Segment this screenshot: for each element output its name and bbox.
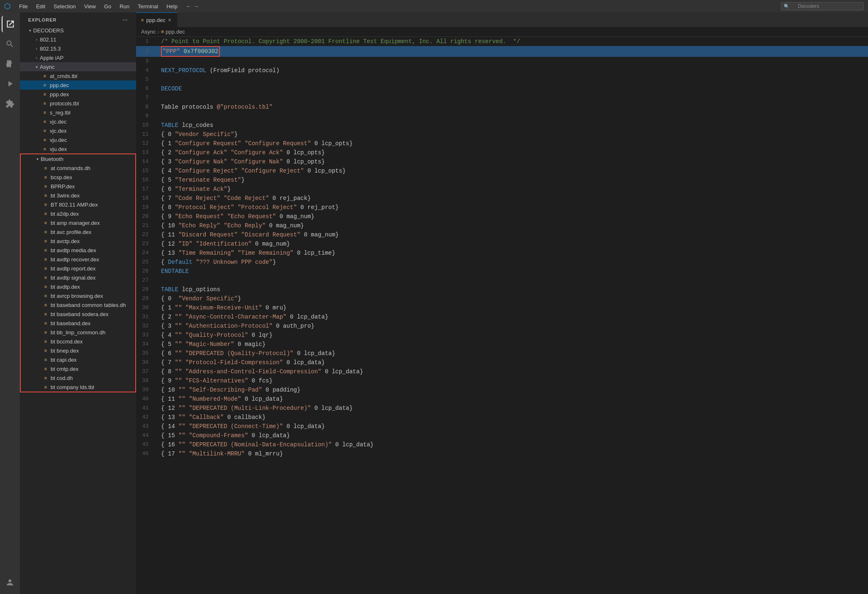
line-number: 21 xyxy=(136,221,157,230)
file-at-cmds[interactable]: ≡ at_cmds.tbl xyxy=(20,71,136,80)
line-number: 27 xyxy=(136,276,157,285)
code-content: NEXT_PROTOCOL (FromField protocol) xyxy=(157,66,868,75)
menu-selection[interactable]: Selection xyxy=(50,2,79,10)
run-activity[interactable] xyxy=(2,75,18,92)
file-vju-dex-label: vju.dex xyxy=(50,146,67,152)
title-search[interactable]: 🔍 Decoders xyxy=(781,2,864,10)
menu-help[interactable]: Help xyxy=(163,2,181,10)
file-btbccmd[interactable]: ≡ bt bccmd.dex xyxy=(21,337,135,346)
menu-edit[interactable]: Edit xyxy=(33,2,49,10)
file-ppp-dec[interactable]: ≡ ppp.dec xyxy=(20,80,136,90)
file-at-commands[interactable]: ≡ at commands.dh xyxy=(21,163,135,173)
menu-go[interactable]: Go xyxy=(101,2,115,10)
file-btampmanager[interactable]: ≡ bt amp manager.dex xyxy=(21,218,135,227)
nav-back[interactable]: ← xyxy=(186,3,192,10)
breadcrumb-filename[interactable]: ppp.dec xyxy=(166,29,185,35)
decoders-root[interactable]: ▾ DECODERS xyxy=(20,26,136,35)
file-at-cmds-label: at_cmds.tbl xyxy=(50,73,77,79)
file-vjc-dec[interactable]: ≡ vjc.dec xyxy=(20,117,136,126)
code-line-row: 37{ 8 "" "Address-and-Control-Field-Comp… xyxy=(136,367,868,376)
file-bta2dp[interactable]: ≡ bt a2dp.dex xyxy=(21,209,135,218)
file-btcapi[interactable]: ≡ bt capi.dex xyxy=(21,355,135,364)
tab-label: ppp.dec xyxy=(146,17,165,23)
code-line-row: 27 xyxy=(136,276,868,285)
folder-80211[interactable]: › 802.11 xyxy=(20,35,136,44)
file-bcsp[interactable]: ≡ bcsp.dex xyxy=(21,173,135,182)
file-btavrcp[interactable]: ≡ bt avrcp browsing.dex xyxy=(21,291,135,300)
tab-ppp-dec[interactable]: ≡ ppp.dec × xyxy=(136,12,178,27)
menu-run[interactable]: Run xyxy=(116,2,133,10)
code-line-row: 23{ 12 "ID" "Identification" 0 mag_num} xyxy=(136,239,868,248)
activity-bar xyxy=(0,12,20,594)
breadcrumb-async[interactable]: Async xyxy=(141,29,156,35)
file-icon-bprp: ≡ xyxy=(42,183,49,190)
file-icon-at-commands: ≡ xyxy=(42,165,49,171)
decoders-arrow: ▾ xyxy=(27,27,33,34)
folder-appleiap[interactable]: › Apple iAP xyxy=(20,53,136,62)
file-protocols-tbl[interactable]: ≡ protocols.tbl xyxy=(20,99,136,108)
folder-bluetooth[interactable]: ▾ Bluetooth xyxy=(21,154,135,163)
code-line-row: 36{ 7 "" "Protocol-Field-Compression" 0 … xyxy=(136,358,868,367)
account-activity[interactable] xyxy=(2,574,18,591)
file-btavdtp[interactable]: ≡ bt avdtp.dex xyxy=(21,282,135,291)
menu-view[interactable]: View xyxy=(81,2,99,10)
explorer-activity[interactable] xyxy=(2,16,18,32)
file-btavcprofile[interactable]: ≡ bt avc profile.dex xyxy=(21,227,135,236)
file-bt80211amp[interactable]: ≡ BT 802.11 AMP.dex xyxy=(21,200,135,209)
file-bt3wire[interactable]: ≡ bt 3wire.dex xyxy=(21,191,135,200)
file-icon-btavdtprecover: ≡ xyxy=(42,256,49,263)
code-line-row: 6DECODE xyxy=(136,84,868,93)
file-btavdtpsignal[interactable]: ≡ bt avdtp signal.dex xyxy=(21,273,135,282)
code-content: "PPP" 0x7f000302 xyxy=(157,46,868,57)
file-btcod[interactable]: ≡ bt cod.dh xyxy=(21,373,135,382)
menu-file[interactable]: File xyxy=(16,2,31,10)
code-content: { 17 "" "Multilink-MRRU" 0 ml_mrru} xyxy=(157,449,868,458)
code-line-row: 28TABLE lcp_options xyxy=(136,285,868,294)
line-number: 45 xyxy=(136,440,157,449)
code-line-row: 7 xyxy=(136,93,868,102)
code-line-row: 38{ 9 "" "FCS-Alternatives" 0 fcs} xyxy=(136,376,868,385)
search-activity[interactable] xyxy=(2,36,18,52)
file-btavdtpmedia[interactable]: ≡ bt avdtp media.dex xyxy=(21,246,135,255)
file-btbaseband[interactable]: ≡ bt baseband.dex xyxy=(21,319,135,328)
file-vju-dec[interactable]: ≡ vju.dec xyxy=(20,135,136,144)
menu-terminal[interactable]: Terminal xyxy=(134,2,161,10)
file-btavctp[interactable]: ≡ bt avctp.dex xyxy=(21,236,135,246)
source-control-activity[interactable] xyxy=(2,56,18,72)
file-icon-vju-dec: ≡ xyxy=(41,136,48,143)
code-line-row: 39{ 10 "" "Self-Describing-Pad" 0 paddin… xyxy=(136,385,868,394)
file-btbasebandcommon[interactable]: ≡ bt baseband common tables.dh xyxy=(21,300,135,309)
file-btavdtprecover[interactable]: ≡ bt avdtp recover.dex xyxy=(21,255,135,264)
folder-appleiap-label: Apple iAP xyxy=(40,55,63,61)
file-btcmtp[interactable]: ≡ bt cmtp.dex xyxy=(21,364,135,373)
code-line-row: 13{ 2 "Configure Ack" "Configure Ack" 0 … xyxy=(136,148,868,157)
file-btcompanyids[interactable]: ≡ bt company lds.tbl xyxy=(21,382,135,392)
sidebar-more-button[interactable]: ··· xyxy=(123,17,128,22)
file-vju-dex[interactable]: ≡ vju.dex xyxy=(20,144,136,153)
code-line-row: 11{ 0 "Vendor Specific"} xyxy=(136,130,868,139)
file-btbnep[interactable]: ≡ bt bnep.dex xyxy=(21,346,135,355)
line-number: 43 xyxy=(136,422,157,431)
extensions-activity[interactable] xyxy=(2,95,18,112)
line-number: 7 xyxy=(136,93,157,102)
file-btbblmpcommon[interactable]: ≡ bt bb_lmp_common.dh xyxy=(21,328,135,337)
line-number: 6 xyxy=(136,84,157,93)
file-btbasebandsodera[interactable]: ≡ bt baseband sodera.dex xyxy=(21,309,135,319)
editor-content[interactable]: 1/* Point to Point Protocol. Copyright 2… xyxy=(136,37,868,594)
nav-forward[interactable]: → xyxy=(193,3,199,10)
code-line-row: 42{ 13 "" "Callback" 0 callback} xyxy=(136,413,868,422)
line-number: 29 xyxy=(136,294,157,303)
code-line-row: 9 xyxy=(136,112,868,121)
file-bprp[interactable]: ≡ BPRP.dex xyxy=(21,182,135,191)
code-line-row: 25{ Default "??? Unknown PPP code"} xyxy=(136,258,868,267)
code-content: { 8 "" "Address-and-Control-Field-Compre… xyxy=(157,367,868,376)
file-ppp-dex[interactable]: ≡ ppp.dex xyxy=(20,90,136,99)
file-btavdtpreport[interactable]: ≡ bt avdtp report.dex xyxy=(21,264,135,273)
folder-802153[interactable]: › 802.15.3 xyxy=(20,44,136,53)
file-s-reg[interactable]: ≡ s_reg.tbl xyxy=(20,108,136,117)
folder-async[interactable]: ▾ Async xyxy=(20,62,136,71)
file-vjc-dex[interactable]: ≡ vjc.dex xyxy=(20,126,136,135)
code-content: { 3 "" "Authentication-Protocol" 0 auth_… xyxy=(157,321,868,331)
code-content: { 9 "" "FCS-Alternatives" 0 fcs} xyxy=(157,376,868,385)
tab-close-button[interactable]: × xyxy=(168,17,171,23)
